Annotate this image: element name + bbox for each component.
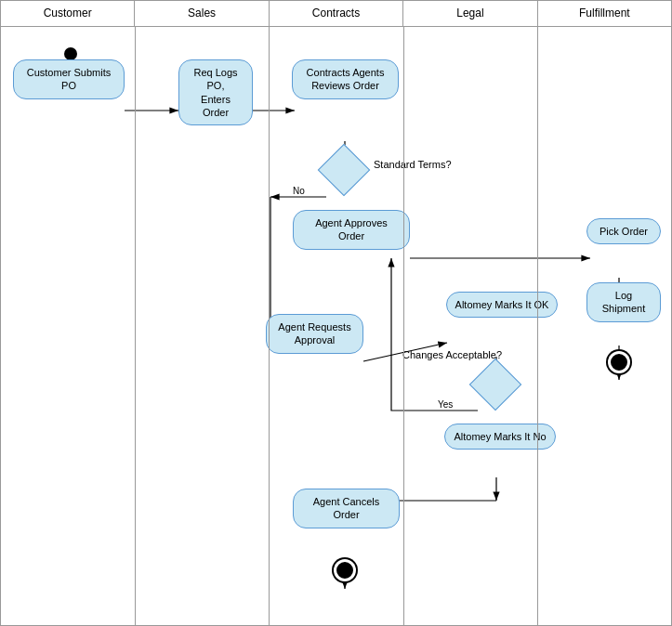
contracts-agents-reviews: Contracts Agents Reviews Order — [292, 59, 399, 99]
end-cancel-node — [336, 562, 353, 579]
agent-requests-approval: Agent Requests Approval — [266, 314, 363, 354]
changes-acceptable-diamond: Changes Acceptable? — [477, 366, 516, 405]
no-label: No — [293, 186, 305, 196]
yes2-label: Yes — [438, 399, 453, 410]
standard-terms-label: Standard Terms? — [374, 159, 452, 170]
customer-submits-po: Customer Submits PO — [13, 59, 125, 99]
start-node — [64, 47, 77, 60]
lane-header-legal: Legal — [403, 1, 537, 26]
diagram-container: Customer Sales Contracts Legal Fulfillme… — [0, 0, 672, 626]
attorney-marks-no: Altomey Marks It No — [444, 424, 556, 450]
lane-header-contracts: Contracts — [270, 1, 403, 26]
lane-header-fulfillment: Fulfillment — [538, 1, 671, 26]
standard-terms-diamond: Standard Terms? — [325, 151, 364, 190]
agent-approves-order: Agent Approves Order — [293, 210, 410, 250]
lane-header-sales: Sales — [135, 1, 269, 26]
req-logs-po: Req Logs PO, Enters Order — [178, 59, 253, 125]
lane-header-customer: Customer — [1, 1, 135, 26]
attorney-marks-ok: Altomey Marks It OK — [446, 292, 558, 318]
log-shipment: Log Shipment — [586, 282, 661, 322]
pick-order: Pick Order — [586, 218, 661, 244]
changes-acceptable-label: Changes Acceptable? — [402, 349, 502, 360]
agent-cancels-order: Agent Cancels Order — [293, 489, 400, 528]
end-fulfill-node — [611, 354, 627, 371]
